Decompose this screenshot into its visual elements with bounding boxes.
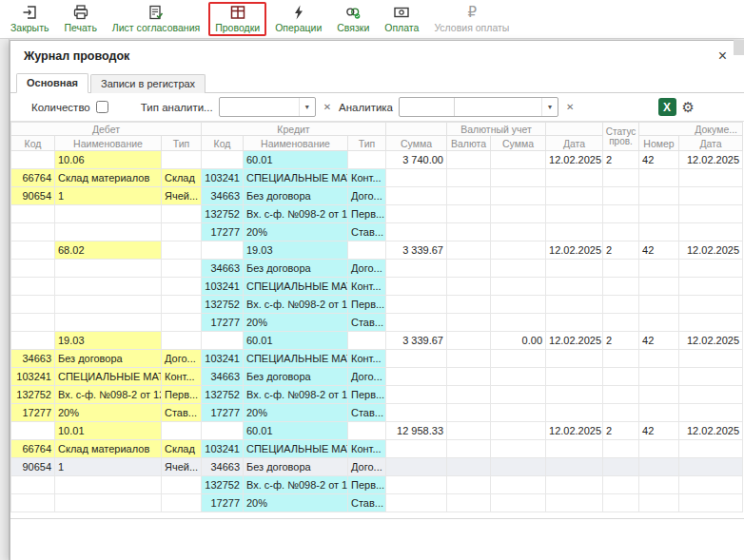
debit-type-cell[interactable]: Перв... — [162, 386, 202, 404]
close-icon[interactable]: × — [715, 48, 731, 64]
credit-code-cell[interactable]: 17277 — [202, 404, 244, 422]
credit-type-cell[interactable]: Дого... — [348, 368, 386, 386]
credit-name-cell[interactable]: Вх. с-ф. №098-2 от 12... — [244, 476, 348, 494]
debit-name-cell[interactable]: Склад материалов — [55, 440, 162, 458]
toolbar-button-print[interactable]: Печать — [57, 2, 103, 36]
doc-date-cell[interactable] — [679, 169, 743, 187]
currency-cell[interactable] — [447, 205, 491, 223]
debit-code-cell[interactable] — [11, 223, 55, 241]
toolbar-button-operations[interactable]: Операции — [268, 2, 328, 36]
credit-code-cell[interactable]: 132752 — [202, 296, 244, 314]
sum-cell[interactable] — [386, 350, 447, 368]
date-cell[interactable] — [546, 440, 603, 458]
debit-code-cell[interactable] — [11, 151, 55, 169]
debit-type-cell[interactable] — [162, 278, 202, 296]
credit-code-cell[interactable]: 34663 — [202, 187, 244, 205]
credit-name-cell[interactable]: 60.01 — [244, 151, 348, 169]
debit-code-cell[interactable] — [11, 314, 55, 332]
debit-code-cell[interactable] — [11, 241, 55, 260]
debit-type-cell[interactable] — [162, 260, 202, 278]
currency-sum-cell[interactable] — [491, 260, 546, 278]
currency-sum-cell[interactable] — [491, 169, 546, 187]
credit-name-cell[interactable]: 20% — [244, 314, 348, 332]
credit-type-cell[interactable]: Дого... — [348, 260, 386, 278]
credit-name-cell[interactable]: Без договора — [244, 458, 348, 476]
date-cell[interactable] — [546, 169, 603, 187]
account-row[interactable]: 68.0219.033 339.6712.02.202524212.02.202… — [11, 241, 743, 260]
date-cell[interactable] — [546, 386, 603, 404]
doc-date-cell[interactable]: 12.02.2025 — [679, 422, 743, 440]
excel-export-button[interactable]: X — [658, 98, 676, 116]
currency-cell[interactable] — [447, 187, 491, 205]
account-row[interactable]: 10.0660.013 740.0012.02.202524212.02.202… — [11, 151, 743, 169]
credit-code-cell[interactable] — [202, 332, 244, 350]
credit-code-cell[interactable]: 17277 — [202, 314, 244, 332]
debit-type-cell[interactable] — [162, 494, 202, 512]
currency-cell[interactable] — [447, 241, 491, 260]
currency-sum-cell[interactable] — [491, 494, 546, 512]
currency-sum-cell[interactable] — [491, 296, 546, 314]
currency-sum-cell[interactable] — [491, 223, 546, 241]
toolbar-button-payment[interactable]: Оплата — [378, 2, 425, 36]
currency-cell[interactable] — [447, 169, 491, 187]
credit-code-cell[interactable]: 132752 — [202, 386, 244, 404]
currency-sum-cell[interactable] — [491, 386, 546, 404]
sum-cell[interactable] — [386, 260, 447, 278]
date-cell[interactable] — [546, 404, 603, 422]
debit-type-cell[interactable] — [162, 296, 202, 314]
credit-name-cell[interactable]: СПЕЦИАЛЬНЫЕ МАТ... — [244, 169, 348, 187]
number-cell[interactable]: 42 — [639, 241, 679, 260]
status-cell[interactable] — [603, 260, 639, 278]
currency-cell[interactable] — [447, 332, 491, 350]
credit-name-cell[interactable]: СПЕЦИАЛЬНЫЕ МАТ... — [244, 350, 348, 368]
currency-cell[interactable] — [447, 458, 491, 476]
credit-type-cell[interactable]: Конт... — [348, 350, 386, 368]
currency-sum-cell[interactable] — [491, 241, 546, 260]
debit-type-cell[interactable]: Склад — [162, 169, 202, 187]
doc-date-cell[interactable] — [679, 314, 743, 332]
subconto-row[interactable]: 1727720%Став...1727720%Став... — [11, 404, 743, 422]
date-cell[interactable] — [546, 368, 603, 386]
gear-icon[interactable]: ⚙ — [682, 100, 695, 114]
sum-cell[interactable]: 3 339.67 — [386, 332, 447, 350]
credit-name-cell[interactable]: Вх. с-ф. №098-2 от 12... — [244, 205, 348, 223]
debit-name-cell[interactable]: Вх. с-ф. №098-2 от 12... — [55, 386, 162, 404]
sum-cell[interactable]: 12 958.33 — [386, 422, 447, 440]
credit-type-cell[interactable]: Конт... — [348, 278, 386, 296]
currency-cell[interactable] — [447, 404, 491, 422]
credit-code-cell[interactable] — [202, 241, 244, 260]
date-cell[interactable] — [546, 223, 603, 241]
number-cell[interactable] — [639, 223, 679, 241]
number-cell[interactable]: 42 — [639, 151, 679, 169]
debit-name-cell[interactable]: 1 — [55, 458, 162, 476]
number-cell[interactable] — [639, 386, 679, 404]
credit-code-cell[interactable]: 34663 — [202, 368, 244, 386]
credit-name-cell[interactable]: 60.01 — [244, 332, 348, 350]
debit-type-cell[interactable] — [162, 151, 202, 169]
credit-code-cell[interactable]: 103241 — [202, 440, 244, 458]
status-cell[interactable] — [603, 476, 639, 494]
number-cell[interactable]: 42 — [639, 332, 679, 350]
number-cell[interactable] — [639, 440, 679, 458]
sum-cell[interactable]: 3 740.00 — [386, 151, 447, 169]
credit-type-cell[interactable]: Конт... — [348, 440, 386, 458]
date-cell[interactable] — [546, 476, 603, 494]
status-cell[interactable]: 2 — [603, 422, 639, 440]
debit-name-cell[interactable]: Без договора — [55, 350, 162, 368]
status-cell[interactable] — [603, 278, 639, 296]
credit-type-cell[interactable] — [348, 332, 386, 350]
doc-date-cell[interactable] — [679, 458, 743, 476]
analytics-select[interactable]: ▾ — [399, 97, 558, 117]
credit-name-cell[interactable]: 19.03 — [244, 241, 348, 260]
currency-cell[interactable] — [447, 151, 491, 169]
debit-name-cell[interactable]: 10.06 — [55, 151, 162, 169]
currency-cell[interactable] — [447, 296, 491, 314]
number-cell[interactable] — [639, 368, 679, 386]
subconto-row[interactable]: 132752Вх. с-ф. №098-2 от 12...Перв... — [11, 205, 743, 223]
subconto-row[interactable]: 34663Без договораДого...103241СПЕЦИАЛЬНЫ… — [11, 350, 743, 368]
currency-sum-cell[interactable] — [491, 458, 546, 476]
debit-code-cell[interactable]: 90654 — [11, 458, 55, 476]
debit-name-cell[interactable] — [55, 223, 162, 241]
credit-code-cell[interactable]: 103241 — [202, 169, 244, 187]
subconto-row[interactable]: 132752Вх. с-ф. №098-2 от 12...Перв...132… — [11, 386, 743, 404]
